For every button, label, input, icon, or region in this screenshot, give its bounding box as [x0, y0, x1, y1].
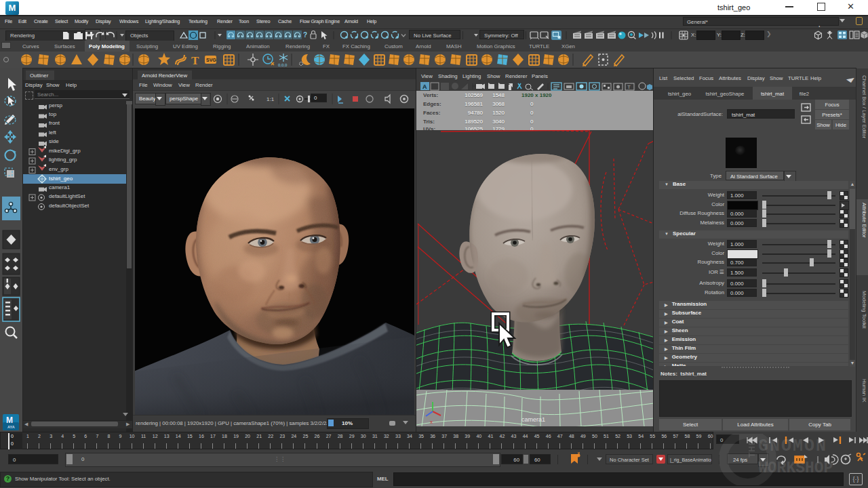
svg-text:T: T: [191, 54, 199, 67]
svg-text:1:1: 1:1: [267, 96, 275, 102]
svg-text:M: M: [6, 415, 13, 425]
svg-text:AYA: AYA: [7, 425, 15, 429]
svg-text:0,0,0: 0,0,0: [278, 63, 288, 67]
svg-text:x: x: [430, 419, 433, 425]
svg-text:SVG: SVG: [206, 58, 216, 62]
svg-text:T: T: [627, 84, 631, 90]
svg-text:A: A: [422, 83, 427, 90]
svg-text:camera1: camera1: [521, 416, 545, 423]
